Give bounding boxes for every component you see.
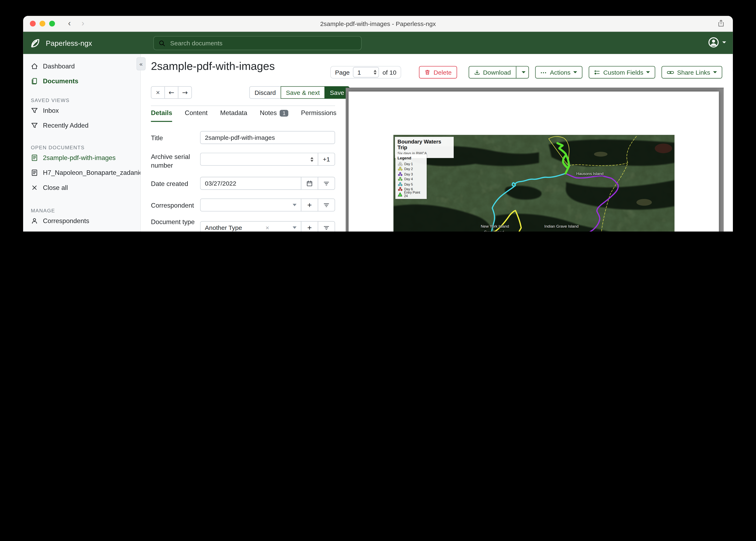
actions-button-label: Actions	[550, 69, 571, 76]
zoom-window-button[interactable]	[49, 21, 55, 26]
browser-back-icon[interactable]: ‹	[66, 19, 73, 28]
download-button[interactable]: Download	[469, 66, 529, 79]
navbar: Paperless-ngx	[23, 32, 733, 54]
sidebar-item-correspondents[interactable]: Correspondents	[23, 214, 140, 228]
main-content: « 2sample-pdf-with-images Page of 10 Del…	[141, 54, 733, 232]
share-icon[interactable]	[717, 19, 725, 29]
correspondent-filter-button[interactable]	[318, 199, 335, 212]
asn-input[interactable]	[205, 156, 308, 163]
page-label: Page	[335, 69, 350, 76]
document-type-value: Another Type	[205, 224, 242, 231]
next-document-button[interactable]: →	[178, 86, 192, 99]
download-icon	[474, 69, 480, 75]
map-legend-title: Legend	[398, 156, 424, 161]
close-icon	[31, 184, 38, 191]
leaf-logo-icon	[30, 37, 41, 49]
custom-fields-button-label: Custom Fields	[603, 69, 643, 76]
title-input[interactable]	[205, 134, 330, 141]
tab-notes[interactable]: Notes 1	[260, 108, 288, 122]
page-count-label: of 10	[383, 69, 397, 76]
sidebar-item-label: Close all	[43, 184, 68, 191]
sidebar-item-dashboard[interactable]: Dashboard	[23, 59, 140, 74]
download-caret-icon[interactable]	[521, 71, 525, 73]
documents-icon	[31, 78, 38, 85]
page-input[interactable]	[353, 67, 379, 78]
search-bar[interactable]	[153, 36, 361, 50]
legend-item: Day 4	[398, 177, 424, 182]
correspondent-field: +	[200, 199, 335, 212]
search-input[interactable]	[169, 39, 356, 47]
previous-document-button[interactable]: ←	[164, 86, 178, 99]
sidebar-item-tags[interactable]: Tags	[23, 229, 140, 232]
island-label: Gary Island	[484, 230, 504, 232]
delete-button-label: Delete	[434, 69, 452, 76]
page-stepper[interactable]	[374, 70, 377, 75]
legend-item: Entry Point 24	[398, 192, 424, 197]
doc-nav-buttons: × ← →	[151, 86, 192, 99]
delete-button[interactable]: Delete	[419, 66, 457, 79]
correspondent-label: Correspondent	[151, 202, 197, 210]
sidebar-item-recently-added[interactable]: Recently Added	[23, 118, 140, 133]
screenshot-root: ‹ › 2sample-pdf-with-images - Paperless-…	[0, 0, 756, 232]
sidebar-item-documents[interactable]: Documents	[23, 74, 140, 89]
tab-details[interactable]: Details	[151, 108, 172, 122]
pdf-page: Boundary Waters Trip Six days in BWCA Le…	[348, 92, 719, 232]
add-document-type-button[interactable]: +	[301, 221, 318, 232]
tab-permissions[interactable]: Permissions	[301, 108, 337, 122]
page-title: 2sample-pdf-with-images	[151, 60, 275, 73]
document-type-select[interactable]: Another Type ×	[200, 221, 301, 232]
asn-field: +1	[200, 153, 335, 166]
save-next-button[interactable]: Save & next	[281, 86, 325, 99]
sidebar-item-close-all[interactable]: Close all	[23, 180, 140, 195]
asn-plus-one-button[interactable]: +1	[318, 153, 335, 166]
tab-content[interactable]: Content	[185, 108, 208, 122]
sidebar: Dashboard Documents SAVED VIEWS Inbox Re…	[23, 54, 141, 232]
discard-button[interactable]: Discard	[249, 86, 281, 99]
close-document-button[interactable]: ×	[151, 86, 165, 99]
collapse-sidebar-button[interactable]: «	[136, 57, 145, 70]
user-menu[interactable]	[708, 37, 726, 48]
sidebar-item-label: Correspondents	[43, 217, 89, 225]
app-brand[interactable]: Paperless-ngx	[30, 37, 92, 49]
document-type-clear-icon[interactable]: ×	[266, 224, 269, 231]
titlebar: ‹ › 2sample-pdf-with-images - Paperless-…	[23, 16, 733, 32]
island-label: New York Island	[481, 224, 509, 229]
window-title: 2sample-pdf-with-images - Paperless-ngx	[23, 20, 733, 27]
legend-item: Day 3	[398, 172, 424, 177]
sidebar-item-open-doc-2[interactable]: H7_Napoleon_Bonaparte_zadanie	[23, 165, 140, 180]
tab-metadata[interactable]: Metadata	[220, 108, 247, 122]
app-brand-label: Paperless-ngx	[46, 39, 92, 47]
correspondent-select[interactable]	[200, 199, 301, 212]
add-correspondent-button[interactable]: +	[301, 199, 318, 212]
document-type-filter-button[interactable]	[318, 221, 335, 232]
user-avatar-icon	[708, 37, 719, 48]
share-links-button-label: Share Links	[677, 69, 710, 76]
sidebar-header-manage: MANAGE	[23, 205, 140, 214]
date-created-label: Date created	[151, 180, 197, 188]
sidebar-item-open-doc-1[interactable]: 2sample-pdf-with-images	[23, 150, 140, 165]
browser-forward-icon[interactable]: ›	[79, 19, 87, 28]
date-created-input[interactable]	[205, 180, 296, 187]
calendar-button[interactable]	[301, 177, 318, 190]
custom-fields-caret-icon	[646, 71, 650, 73]
title-field-label: Title	[151, 134, 197, 143]
share-links-button[interactable]: Share Links	[662, 66, 722, 79]
minimize-window-button[interactable]	[40, 21, 45, 26]
asn-field-label: Archive serial number	[151, 153, 197, 170]
date-filter-button[interactable]	[318, 177, 335, 190]
close-window-button[interactable]	[30, 21, 36, 26]
pdf-preview-pane[interactable]: Boundary Waters Trip Six days in BWCA Le…	[346, 88, 724, 232]
sidebar-item-inbox[interactable]: Inbox	[23, 103, 140, 118]
actions-button[interactable]: ⋯ Actions	[535, 66, 582, 79]
asn-stepper[interactable]	[311, 157, 313, 162]
legend-item: Day 2	[398, 166, 424, 172]
custom-fields-icon	[594, 69, 600, 75]
page-number-field[interactable]	[357, 69, 365, 76]
save-buttons-top: Discard Save & next Save	[249, 86, 350, 99]
person-icon	[31, 217, 38, 225]
map-legend: Legend Day 1 Day 2 Day 3 Day 4 Day 5 Day…	[395, 154, 426, 199]
document-type-field: Another Type × +	[200, 221, 335, 232]
title-field	[200, 131, 335, 144]
sidebar-item-label: Dashboard	[43, 63, 75, 70]
custom-fields-button[interactable]: Custom Fields	[589, 66, 656, 79]
